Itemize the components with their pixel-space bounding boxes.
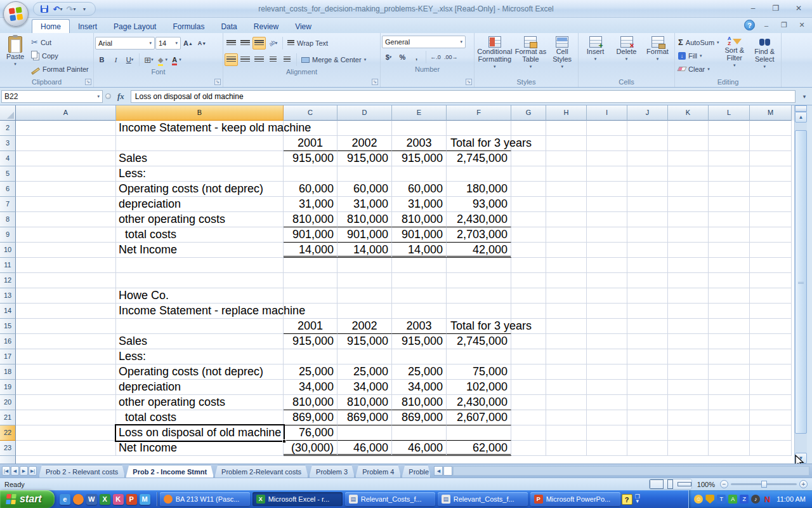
cell-A18[interactable] bbox=[16, 364, 116, 380]
cell-B11[interactable] bbox=[116, 258, 284, 273]
tab-insert[interactable]: Insert bbox=[70, 20, 105, 33]
cell-B2[interactable]: Income Statement - keep old machine bbox=[116, 121, 284, 136]
cell-F5[interactable] bbox=[447, 166, 511, 182]
cell-H21[interactable] bbox=[546, 410, 587, 425]
cell-H16[interactable] bbox=[546, 334, 587, 349]
shrink-font-button[interactable]: A▼ bbox=[195, 37, 209, 50]
cell-B20[interactable]: other operating costs bbox=[116, 395, 284, 410]
cell-E6[interactable]: 60,000 bbox=[392, 182, 447, 197]
cell-G5[interactable] bbox=[511, 166, 546, 182]
cell-J17[interactable] bbox=[627, 349, 668, 364]
excel-icon[interactable]: X bbox=[100, 494, 110, 505]
cell-I20[interactable] bbox=[587, 395, 627, 410]
cell-D20[interactable]: 810,000 bbox=[337, 395, 392, 410]
cell-F13[interactable] bbox=[447, 288, 511, 304]
cell-I16[interactable] bbox=[587, 334, 627, 349]
cell-L3[interactable] bbox=[709, 136, 750, 151]
cell-L16[interactable] bbox=[709, 334, 750, 349]
cell-B14[interactable]: Income Statement - replace machine bbox=[116, 304, 284, 319]
cell-D18[interactable]: 25,000 bbox=[337, 364, 392, 380]
cell-C12[interactable] bbox=[284, 273, 337, 288]
italic-button[interactable]: I bbox=[109, 53, 122, 66]
cell-H10[interactable] bbox=[546, 243, 587, 258]
row-header-14[interactable]: 14 bbox=[0, 304, 16, 319]
zoom-out-button[interactable]: − bbox=[720, 480, 728, 488]
cell-I7[interactable] bbox=[587, 197, 627, 212]
cell-L12[interactable] bbox=[709, 273, 750, 288]
powerpoint-icon[interactable]: P bbox=[126, 494, 137, 505]
top-align-button[interactable] bbox=[225, 37, 238, 50]
cell-G21[interactable] bbox=[511, 410, 546, 425]
cell-M6[interactable] bbox=[750, 182, 792, 197]
decrease-indent-button[interactable] bbox=[266, 53, 280, 66]
cell-I18[interactable] bbox=[587, 364, 627, 380]
align-right-button[interactable] bbox=[252, 53, 266, 66]
office-button[interactable] bbox=[3, 1, 29, 27]
cell-B23[interactable]: Net Income bbox=[116, 441, 284, 456]
cell-E19[interactable]: 34,000 bbox=[392, 380, 447, 395]
cell-H18[interactable] bbox=[546, 364, 587, 380]
cell-I2[interactable] bbox=[587, 121, 627, 136]
taskbar-button-microsoft-excel-r[interactable]: XMicrosoft Excel - r... bbox=[252, 492, 343, 506]
cell-H6[interactable] bbox=[546, 182, 587, 197]
name-box-handle[interactable] bbox=[105, 93, 111, 99]
expand-formula-bar-button[interactable]: ▾ bbox=[798, 93, 811, 100]
cell-I5[interactable] bbox=[587, 166, 627, 182]
zoom-slider[interactable]: − + bbox=[720, 480, 808, 488]
comma-style-button[interactable]: , bbox=[410, 51, 423, 64]
cell-A6[interactable] bbox=[16, 182, 116, 197]
cell-D12[interactable] bbox=[337, 273, 392, 288]
percent-style-button[interactable]: % bbox=[396, 51, 409, 64]
cut-button[interactable]: ✂Cut bbox=[29, 36, 91, 49]
cell-M14[interactable] bbox=[750, 304, 792, 319]
row-header-19[interactable]: 19 bbox=[0, 380, 16, 395]
page-layout-view-button[interactable] bbox=[664, 479, 678, 489]
cell-I9[interactable] bbox=[587, 227, 627, 243]
cell-B15[interactable] bbox=[116, 319, 284, 334]
cell-F16[interactable]: 2,745,000 bbox=[447, 334, 511, 349]
cell-L22[interactable] bbox=[709, 425, 750, 441]
cell-I13[interactable] bbox=[587, 288, 627, 304]
cell-M21[interactable] bbox=[750, 410, 792, 425]
cell-G22[interactable] bbox=[511, 425, 546, 441]
zoom-level[interactable]: 100% bbox=[697, 481, 715, 488]
cell-E13[interactable] bbox=[392, 288, 447, 304]
cell-K23[interactable] bbox=[668, 441, 709, 456]
cell-E10[interactable]: 14,000 bbox=[392, 243, 447, 258]
row-header-7[interactable]: 7 bbox=[0, 197, 16, 212]
tab-data[interactable]: Data bbox=[213, 20, 245, 33]
security-shield-icon[interactable] bbox=[705, 495, 714, 504]
cell-J16[interactable] bbox=[627, 334, 668, 349]
underline-button[interactable]: U▾ bbox=[123, 53, 136, 66]
cell-C7[interactable]: 31,000 bbox=[284, 197, 337, 212]
hscroll-track[interactable] bbox=[453, 466, 809, 476]
cell-J23[interactable] bbox=[627, 441, 668, 456]
cell-F7[interactable]: 93,000 bbox=[447, 197, 511, 212]
row-header-12[interactable]: 12 bbox=[0, 273, 16, 288]
cell-K2[interactable] bbox=[668, 121, 709, 136]
cell-C19[interactable]: 34,000 bbox=[284, 380, 337, 395]
workbook-restore-button[interactable]: ❐ bbox=[778, 21, 790, 29]
cell-C22[interactable]: 76,000 bbox=[284, 425, 337, 441]
cell-L14[interactable] bbox=[709, 304, 750, 319]
cell-F4[interactable]: 2,745,000 bbox=[447, 151, 511, 166]
save-button[interactable] bbox=[39, 3, 50, 15]
cell-E7[interactable]: 31,000 bbox=[392, 197, 447, 212]
cell-M16[interactable] bbox=[750, 334, 792, 349]
cell-C3[interactable]: 2001 bbox=[284, 136, 337, 151]
word-icon[interactable]: W bbox=[86, 494, 97, 505]
cell-G9[interactable] bbox=[511, 227, 546, 243]
cell-L17[interactable] bbox=[709, 349, 750, 364]
sheet-tab-problem-4[interactable]: Problem 4 bbox=[355, 465, 401, 478]
row-header-6[interactable]: 6 bbox=[0, 182, 16, 197]
cell-F2[interactable] bbox=[447, 121, 511, 136]
cell-A13[interactable] bbox=[16, 288, 116, 304]
cell-K20[interactable] bbox=[668, 395, 709, 410]
normal-view-button[interactable] bbox=[650, 479, 664, 489]
cell-C21[interactable]: 869,000 bbox=[284, 410, 337, 425]
cell-E21[interactable]: 869,000 bbox=[392, 410, 447, 425]
cell-C13[interactable] bbox=[284, 288, 337, 304]
cell-L11[interactable] bbox=[709, 258, 750, 273]
cell-F8[interactable]: 2,430,000 bbox=[447, 212, 511, 227]
cell-D5[interactable] bbox=[337, 166, 392, 182]
